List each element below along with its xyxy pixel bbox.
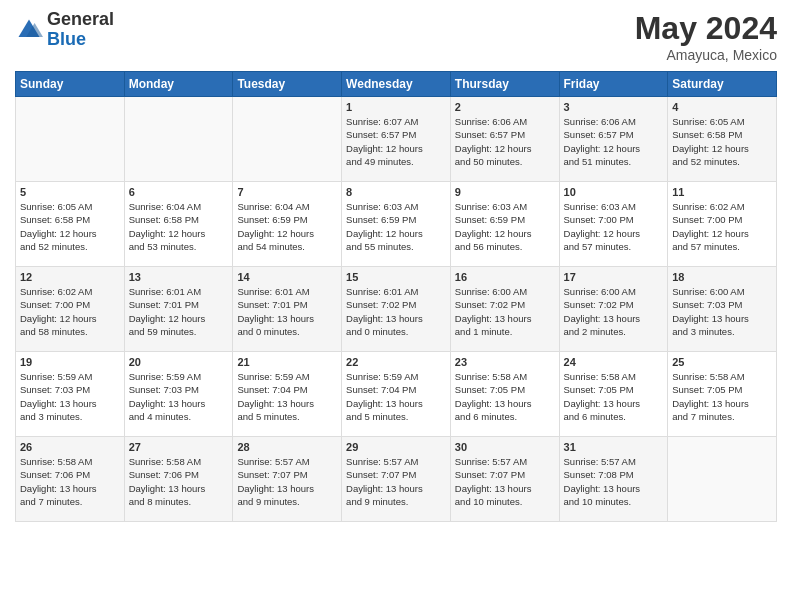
calendar-week-row: 5Sunrise: 6:05 AM Sunset: 6:58 PM Daylig…	[16, 182, 777, 267]
calendar-cell: 18Sunrise: 6:00 AM Sunset: 7:03 PM Dayli…	[668, 267, 777, 352]
day-info: Sunrise: 6:00 AM Sunset: 7:02 PM Dayligh…	[564, 285, 664, 338]
day-number: 4	[672, 101, 772, 113]
calendar-cell	[124, 97, 233, 182]
day-info: Sunrise: 6:06 AM Sunset: 6:57 PM Dayligh…	[455, 115, 555, 168]
day-info: Sunrise: 6:00 AM Sunset: 7:03 PM Dayligh…	[672, 285, 772, 338]
calendar-week-row: 26Sunrise: 5:58 AM Sunset: 7:06 PM Dayli…	[16, 437, 777, 522]
calendar-cell: 10Sunrise: 6:03 AM Sunset: 7:00 PM Dayli…	[559, 182, 668, 267]
weekday-header-friday: Friday	[559, 72, 668, 97]
weekday-header-thursday: Thursday	[450, 72, 559, 97]
calendar-table: SundayMondayTuesdayWednesdayThursdayFrid…	[15, 71, 777, 522]
day-info: Sunrise: 5:58 AM Sunset: 7:05 PM Dayligh…	[564, 370, 664, 423]
weekday-header-monday: Monday	[124, 72, 233, 97]
calendar-cell: 1Sunrise: 6:07 AM Sunset: 6:57 PM Daylig…	[342, 97, 451, 182]
day-info: Sunrise: 6:02 AM Sunset: 7:00 PM Dayligh…	[20, 285, 120, 338]
day-info: Sunrise: 5:57 AM Sunset: 7:08 PM Dayligh…	[564, 455, 664, 508]
day-info: Sunrise: 6:04 AM Sunset: 6:59 PM Dayligh…	[237, 200, 337, 253]
day-number: 31	[564, 441, 664, 453]
page-header: General Blue May 2024 Amayuca, Mexico	[15, 10, 777, 63]
calendar-cell: 27Sunrise: 5:58 AM Sunset: 7:06 PM Dayli…	[124, 437, 233, 522]
weekday-header-row: SundayMondayTuesdayWednesdayThursdayFrid…	[16, 72, 777, 97]
logo-text: General Blue	[47, 10, 114, 50]
day-number: 11	[672, 186, 772, 198]
calendar-cell: 11Sunrise: 6:02 AM Sunset: 7:00 PM Dayli…	[668, 182, 777, 267]
day-info: Sunrise: 5:58 AM Sunset: 7:06 PM Dayligh…	[20, 455, 120, 508]
calendar-cell	[233, 97, 342, 182]
day-info: Sunrise: 5:57 AM Sunset: 7:07 PM Dayligh…	[455, 455, 555, 508]
day-number: 22	[346, 356, 446, 368]
calendar-cell: 23Sunrise: 5:58 AM Sunset: 7:05 PM Dayli…	[450, 352, 559, 437]
calendar-cell: 31Sunrise: 5:57 AM Sunset: 7:08 PM Dayli…	[559, 437, 668, 522]
day-info: Sunrise: 6:01 AM Sunset: 7:02 PM Dayligh…	[346, 285, 446, 338]
day-number: 29	[346, 441, 446, 453]
weekday-header-tuesday: Tuesday	[233, 72, 342, 97]
day-info: Sunrise: 5:59 AM Sunset: 7:04 PM Dayligh…	[346, 370, 446, 423]
day-number: 6	[129, 186, 229, 198]
calendar-cell: 19Sunrise: 5:59 AM Sunset: 7:03 PM Dayli…	[16, 352, 125, 437]
day-number: 12	[20, 271, 120, 283]
day-info: Sunrise: 6:00 AM Sunset: 7:02 PM Dayligh…	[455, 285, 555, 338]
logo-general-text: General	[47, 10, 114, 30]
day-number: 26	[20, 441, 120, 453]
month-year-title: May 2024	[635, 10, 777, 47]
day-number: 15	[346, 271, 446, 283]
day-number: 14	[237, 271, 337, 283]
calendar-cell: 8Sunrise: 6:03 AM Sunset: 6:59 PM Daylig…	[342, 182, 451, 267]
day-info: Sunrise: 5:58 AM Sunset: 7:05 PM Dayligh…	[455, 370, 555, 423]
day-number: 25	[672, 356, 772, 368]
day-number: 16	[455, 271, 555, 283]
weekday-header-wednesday: Wednesday	[342, 72, 451, 97]
day-info: Sunrise: 5:59 AM Sunset: 7:04 PM Dayligh…	[237, 370, 337, 423]
calendar-cell: 12Sunrise: 6:02 AM Sunset: 7:00 PM Dayli…	[16, 267, 125, 352]
day-number: 30	[455, 441, 555, 453]
day-number: 27	[129, 441, 229, 453]
calendar-cell: 29Sunrise: 5:57 AM Sunset: 7:07 PM Dayli…	[342, 437, 451, 522]
calendar-cell	[668, 437, 777, 522]
day-number: 28	[237, 441, 337, 453]
calendar-cell: 30Sunrise: 5:57 AM Sunset: 7:07 PM Dayli…	[450, 437, 559, 522]
day-info: Sunrise: 5:59 AM Sunset: 7:03 PM Dayligh…	[129, 370, 229, 423]
logo: General Blue	[15, 10, 114, 50]
calendar-cell: 20Sunrise: 5:59 AM Sunset: 7:03 PM Dayli…	[124, 352, 233, 437]
day-number: 13	[129, 271, 229, 283]
calendar-body: 1Sunrise: 6:07 AM Sunset: 6:57 PM Daylig…	[16, 97, 777, 522]
day-number: 8	[346, 186, 446, 198]
day-info: Sunrise: 6:07 AM Sunset: 6:57 PM Dayligh…	[346, 115, 446, 168]
day-number: 10	[564, 186, 664, 198]
calendar-header: SundayMondayTuesdayWednesdayThursdayFrid…	[16, 72, 777, 97]
day-info: Sunrise: 5:59 AM Sunset: 7:03 PM Dayligh…	[20, 370, 120, 423]
day-number: 7	[237, 186, 337, 198]
day-number: 24	[564, 356, 664, 368]
calendar-cell: 24Sunrise: 5:58 AM Sunset: 7:05 PM Dayli…	[559, 352, 668, 437]
day-info: Sunrise: 6:03 AM Sunset: 6:59 PM Dayligh…	[346, 200, 446, 253]
logo-blue-text: Blue	[47, 30, 114, 50]
calendar-week-row: 1Sunrise: 6:07 AM Sunset: 6:57 PM Daylig…	[16, 97, 777, 182]
calendar-cell	[16, 97, 125, 182]
calendar-cell: 16Sunrise: 6:00 AM Sunset: 7:02 PM Dayli…	[450, 267, 559, 352]
calendar-cell: 13Sunrise: 6:01 AM Sunset: 7:01 PM Dayli…	[124, 267, 233, 352]
day-number: 5	[20, 186, 120, 198]
day-info: Sunrise: 5:58 AM Sunset: 7:06 PM Dayligh…	[129, 455, 229, 508]
calendar-cell: 2Sunrise: 6:06 AM Sunset: 6:57 PM Daylig…	[450, 97, 559, 182]
calendar-cell: 3Sunrise: 6:06 AM Sunset: 6:57 PM Daylig…	[559, 97, 668, 182]
calendar-cell: 22Sunrise: 5:59 AM Sunset: 7:04 PM Dayli…	[342, 352, 451, 437]
calendar-cell: 14Sunrise: 6:01 AM Sunset: 7:01 PM Dayli…	[233, 267, 342, 352]
weekday-header-sunday: Sunday	[16, 72, 125, 97]
day-number: 18	[672, 271, 772, 283]
day-info: Sunrise: 5:57 AM Sunset: 7:07 PM Dayligh…	[237, 455, 337, 508]
day-info: Sunrise: 6:02 AM Sunset: 7:00 PM Dayligh…	[672, 200, 772, 253]
day-number: 2	[455, 101, 555, 113]
title-block: May 2024 Amayuca, Mexico	[635, 10, 777, 63]
day-info: Sunrise: 6:05 AM Sunset: 6:58 PM Dayligh…	[20, 200, 120, 253]
calendar-cell: 5Sunrise: 6:05 AM Sunset: 6:58 PM Daylig…	[16, 182, 125, 267]
day-number: 23	[455, 356, 555, 368]
day-info: Sunrise: 6:06 AM Sunset: 6:57 PM Dayligh…	[564, 115, 664, 168]
calendar-week-row: 19Sunrise: 5:59 AM Sunset: 7:03 PM Dayli…	[16, 352, 777, 437]
day-info: Sunrise: 5:57 AM Sunset: 7:07 PM Dayligh…	[346, 455, 446, 508]
calendar-cell: 9Sunrise: 6:03 AM Sunset: 6:59 PM Daylig…	[450, 182, 559, 267]
day-info: Sunrise: 6:05 AM Sunset: 6:58 PM Dayligh…	[672, 115, 772, 168]
calendar-cell: 25Sunrise: 5:58 AM Sunset: 7:05 PM Dayli…	[668, 352, 777, 437]
calendar-cell: 7Sunrise: 6:04 AM Sunset: 6:59 PM Daylig…	[233, 182, 342, 267]
day-number: 1	[346, 101, 446, 113]
day-info: Sunrise: 6:01 AM Sunset: 7:01 PM Dayligh…	[237, 285, 337, 338]
